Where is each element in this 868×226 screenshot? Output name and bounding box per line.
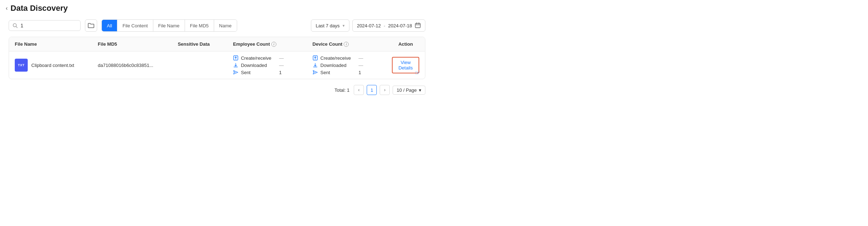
data-table: File Name File MD5 Sensitive Data Employ… bbox=[9, 37, 425, 79]
cell-sensitive-data bbox=[172, 51, 227, 79]
file-name-label: Clipboard content.txt bbox=[31, 63, 74, 68]
search-input[interactable] bbox=[21, 23, 77, 28]
cell-file-name: TXT Clipboard content.txt bbox=[9, 51, 92, 79]
date-range-group: Last 7 days ▾ 2024-07-12 - 2024-07-18 bbox=[311, 19, 425, 32]
next-page-button[interactable]: › bbox=[380, 85, 390, 95]
file-type-icon: TXT bbox=[15, 59, 28, 72]
cell-action: View Details ☞ bbox=[386, 51, 425, 79]
calendar-icon bbox=[415, 22, 421, 29]
date-preset-label: Last 7 days bbox=[316, 23, 340, 28]
toolbar: All File Content File Name File MD5 Name… bbox=[0, 16, 434, 35]
col-employee-count: Employee Count i bbox=[227, 37, 307, 51]
view-details-button[interactable]: View Details ☞ bbox=[392, 57, 419, 73]
svg-rect-2 bbox=[415, 23, 420, 28]
filter-tab-file-name[interactable]: File Name bbox=[153, 20, 185, 31]
device-create-receive-label: Create/receive bbox=[320, 55, 356, 61]
date-start: 2024-07-12 bbox=[357, 23, 381, 28]
col-file-name: File Name bbox=[9, 37, 92, 51]
employee-count-info-icon[interactable]: i bbox=[271, 42, 276, 47]
date-separator: - bbox=[384, 23, 385, 28]
filter-tab-name[interactable]: Name bbox=[214, 20, 237, 31]
table-row: TXT Clipboard content.txt da71088016b6c0… bbox=[9, 51, 425, 79]
filter-tab-file-md5[interactable]: File MD5 bbox=[185, 20, 214, 31]
employee-sent-icon bbox=[233, 69, 239, 75]
date-preset-dropdown[interactable]: Last 7 days ▾ bbox=[311, 19, 349, 32]
date-range-picker[interactable]: 2024-07-12 - 2024-07-18 bbox=[352, 19, 425, 32]
employee-create-receive-value: — bbox=[279, 55, 286, 61]
device-sent-label: Sent bbox=[320, 70, 356, 75]
prev-page-button[interactable]: ‹ bbox=[354, 85, 364, 95]
table-header-row: File Name File MD5 Sensitive Data Employ… bbox=[9, 37, 425, 51]
search-box[interactable] bbox=[9, 20, 81, 31]
device-sent-value: 1 bbox=[358, 70, 366, 75]
filter-tab-file-content[interactable]: File Content bbox=[117, 20, 153, 31]
employee-downloaded-label: Downloaded bbox=[241, 63, 277, 68]
employee-sent-value: 1 bbox=[279, 70, 286, 75]
cursor-icon: ☞ bbox=[415, 69, 420, 76]
filter-tabs: All File Content File Name File MD5 Name bbox=[101, 19, 237, 32]
dropdown-arrow-icon: ▾ bbox=[343, 23, 345, 28]
device-count-info-icon[interactable]: i bbox=[344, 42, 349, 47]
per-page-dropdown[interactable]: 10 / Page ▾ bbox=[393, 86, 425, 95]
employee-downloaded-icon bbox=[233, 62, 239, 68]
cell-employee-count: Create/receive — Download bbox=[227, 51, 307, 79]
svg-line-1 bbox=[16, 27, 18, 28]
cell-device-count: Create/receive — Download bbox=[307, 51, 386, 79]
date-end: 2024-07-18 bbox=[388, 23, 412, 28]
back-button[interactable]: ‹ bbox=[6, 5, 8, 12]
filter-tab-all[interactable]: All bbox=[102, 20, 117, 31]
device-sent-icon bbox=[312, 69, 318, 75]
employee-create-receive-label: Create/receive bbox=[241, 55, 277, 61]
col-file-md5: File MD5 bbox=[92, 37, 172, 51]
cell-file-md5: da71088016b6c0c83851... bbox=[92, 51, 172, 79]
device-create-receive-icon bbox=[312, 55, 318, 61]
page-1-button[interactable]: 1 bbox=[367, 85, 377, 95]
folder-icon bbox=[88, 23, 94, 28]
per-page-label: 10 / Page bbox=[397, 87, 417, 93]
file-md5-value: da71088016b6c0c83851... bbox=[98, 63, 153, 68]
employee-create-receive-icon bbox=[233, 55, 239, 61]
employee-downloaded-value: — bbox=[279, 63, 286, 68]
col-device-count: Device Count i bbox=[307, 37, 386, 51]
pagination: Total: 1 ‹ 1 › 10 / Page ▾ bbox=[0, 81, 434, 99]
col-sensitive-data: Sensitive Data bbox=[172, 37, 227, 51]
total-label: Total: 1 bbox=[334, 87, 349, 93]
device-downloaded-icon bbox=[312, 62, 318, 68]
per-page-arrow-icon: ▾ bbox=[419, 87, 421, 93]
folder-button[interactable] bbox=[85, 19, 97, 32]
device-create-receive-value: — bbox=[358, 55, 366, 61]
employee-sent-label: Sent bbox=[241, 70, 277, 75]
device-downloaded-label: Downloaded bbox=[320, 63, 356, 68]
page-title: Data Discovery bbox=[10, 4, 68, 13]
device-downloaded-value: — bbox=[358, 63, 366, 68]
page-header: ‹ Data Discovery bbox=[0, 0, 434, 16]
col-action: Action bbox=[386, 37, 425, 51]
search-icon bbox=[13, 23, 18, 28]
